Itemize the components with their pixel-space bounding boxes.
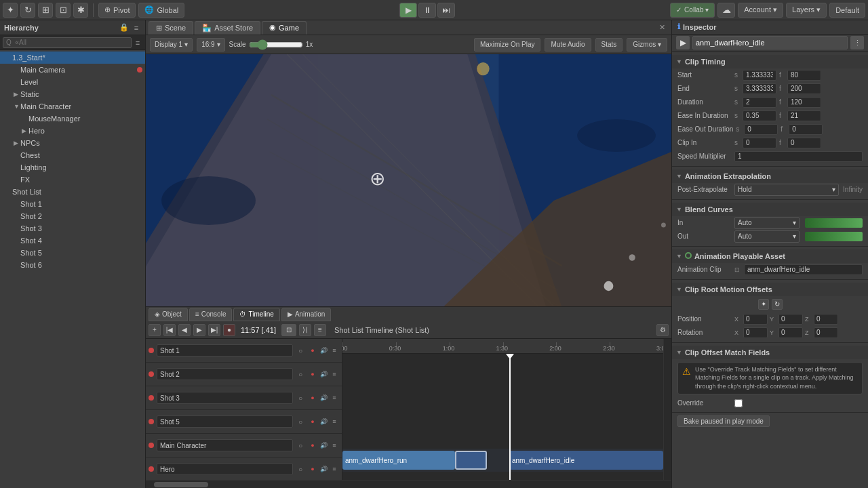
hierarchy-item[interactable]: Shot 5 bbox=[0, 247, 145, 259]
track-lock-icon[interactable]: ○ bbox=[296, 393, 305, 403]
ease-out-s-field[interactable] bbox=[744, 124, 778, 135]
duration-f-field[interactable] bbox=[787, 97, 821, 108]
clip-timing-header[interactable]: ▼ Clip Timing bbox=[672, 55, 868, 68]
curve-out-dropdown[interactable]: Auto ▾ bbox=[734, 230, 800, 243]
anim-extrap-header[interactable]: ▼ Animation Extrapolation bbox=[672, 169, 868, 183]
clip-in-f-field[interactable] bbox=[787, 138, 821, 148]
track-mute-icon[interactable]: 🔊 bbox=[319, 346, 328, 355]
timeline-play-btn[interactable]: ▶ bbox=[193, 324, 205, 336]
hierarchy-item[interactable]: Level bbox=[0, 76, 145, 88]
timeline-scrollbar[interactable] bbox=[146, 480, 671, 488]
hierarchy-item[interactable]: FX bbox=[0, 174, 145, 186]
track-record-icon[interactable]: ● bbox=[308, 393, 317, 403]
curve-in-dropdown[interactable]: Auto ▾ bbox=[734, 217, 800, 229]
mute-audio-button[interactable]: Mute Audio bbox=[545, 38, 591, 52]
hierarchy-item[interactable]: 1.3_Start* bbox=[0, 52, 145, 64]
tab-game[interactable]: ◉ Game bbox=[262, 21, 307, 35]
track-lock-icon[interactable]: ○ bbox=[296, 346, 305, 355]
track-item[interactable]: ○ ● 🔊 ≡ bbox=[146, 458, 342, 480]
track-menu-icon[interactable]: ≡ bbox=[330, 346, 339, 355]
track-name-input[interactable] bbox=[157, 463, 293, 475]
hierarchy-item[interactable]: ▶Hero bbox=[0, 125, 145, 137]
ease-in-f-field[interactable] bbox=[787, 110, 821, 121]
cloud-button[interactable]: ☁ bbox=[717, 3, 735, 18]
track-record-icon[interactable]: ● bbox=[308, 369, 317, 379]
maximize-button[interactable]: Maximize On Play bbox=[474, 38, 541, 52]
timeline-clip[interactable] bbox=[455, 451, 487, 470]
timeline-tracks-area[interactable]: 0:000:301:001:302:002:303:00 anm_dwarfHe… bbox=[342, 339, 663, 480]
end-f-field[interactable] bbox=[787, 83, 821, 94]
track-name-input[interactable] bbox=[157, 344, 293, 357]
track-menu-icon[interactable]: ≡ bbox=[330, 393, 339, 403]
timeline-vscroll[interactable] bbox=[663, 339, 671, 480]
display-dropdown[interactable]: Display 1 ▾ bbox=[150, 38, 193, 52]
track-lock-icon[interactable]: ○ bbox=[296, 369, 305, 379]
bake-button[interactable]: Bake paused in play mode bbox=[677, 415, 770, 427]
track-record-icon[interactable]: ● bbox=[308, 417, 317, 426]
track-name-input[interactable] bbox=[157, 439, 293, 451]
toolbar-rect-icon[interactable]: ⊡ bbox=[56, 3, 71, 18]
duration-s-field[interactable] bbox=[743, 97, 776, 108]
timeline-mode-btn2[interactable]: ⟩⟨ bbox=[299, 324, 311, 336]
track-mute-icon[interactable]: 🔊 bbox=[319, 441, 328, 450]
track-mute-icon[interactable]: 🔊 bbox=[319, 464, 328, 474]
timeline-settings-btn[interactable]: ⚙ bbox=[656, 324, 669, 336]
ratio-dropdown[interactable]: 16:9 ▾ bbox=[197, 38, 224, 52]
timeline-prev-start-btn[interactable]: |◀ bbox=[163, 324, 176, 336]
track-mute-icon[interactable]: 🔊 bbox=[319, 393, 328, 403]
hierarchy-search-input[interactable] bbox=[3, 37, 132, 48]
layers-dropdown[interactable]: Layers ▾ bbox=[786, 3, 827, 18]
end-s-field[interactable] bbox=[743, 83, 776, 94]
rot-x-field[interactable] bbox=[743, 327, 768, 338]
timeline-clip[interactable]: anm_dwarfHero_run bbox=[342, 451, 455, 470]
track-menu-icon[interactable]: ≡ bbox=[330, 441, 339, 450]
anim-playable-header[interactable]: ▼ Animation Playable Asset bbox=[672, 249, 868, 263]
ease-in-s-field[interactable] bbox=[743, 110, 776, 121]
track-lock-icon[interactable]: ○ bbox=[296, 464, 305, 474]
track-mute-icon[interactable]: 🔊 bbox=[319, 417, 328, 426]
track-record-icon[interactable]: ● bbox=[308, 441, 317, 450]
tab-console[interactable]: ≡ Console bbox=[189, 308, 233, 321]
game-viewport[interactable]: ⊕ bbox=[146, 54, 671, 306]
speed-field[interactable] bbox=[734, 151, 863, 162]
timeline-mode-btn1[interactable]: ⊡ bbox=[281, 324, 296, 336]
default-dropdown[interactable]: Default bbox=[829, 3, 865, 18]
hierarchy-item[interactable]: Shot 2 bbox=[0, 210, 145, 222]
track-item[interactable]: ○ ● 🔊 ≡ bbox=[146, 363, 342, 386]
tab-animation[interactable]: ▶ Animation bbox=[281, 308, 331, 321]
anim-clip-field[interactable] bbox=[744, 264, 863, 275]
timeline-next-btn[interactable]: ▶| bbox=[208, 324, 220, 336]
track-name-input[interactable] bbox=[157, 368, 293, 380]
hierarchy-lock-icon[interactable]: 🔒 bbox=[119, 23, 129, 33]
rot-z-field[interactable] bbox=[814, 327, 838, 338]
toolbar-transform-icon[interactable]: ✱ bbox=[73, 3, 88, 18]
clip-offset-header[interactable]: ▼ Clip Offset Match Fields bbox=[672, 346, 868, 359]
pivot-dropdown[interactable]: ⊕ Pivot bbox=[98, 3, 136, 18]
inspector-clip-name-input[interactable] bbox=[692, 36, 848, 49]
toolbar-move-icon[interactable]: ✦ bbox=[3, 3, 18, 18]
tab-timeline[interactable]: ⏱ Timeline bbox=[233, 308, 279, 321]
hierarchy-item[interactable]: Shot 1 bbox=[0, 198, 145, 210]
root-move-icon[interactable]: ✦ bbox=[758, 299, 769, 310]
track-record-icon[interactable]: ● bbox=[308, 346, 317, 355]
track-item[interactable]: ○ ● 🔊 ≡ bbox=[146, 410, 342, 434]
tabs-close-icon[interactable]: ✕ bbox=[659, 23, 669, 33]
timeline-mode-btn3[interactable]: ≡ bbox=[314, 324, 326, 336]
track-mute-icon[interactable]: 🔊 bbox=[319, 369, 328, 379]
track-item[interactable]: ○ ● 🔊 ≡ bbox=[146, 339, 342, 363]
track-record-icon[interactable]: ● bbox=[308, 464, 317, 474]
play-button[interactable]: ▶ bbox=[399, 3, 417, 18]
hierarchy-item[interactable]: ▶NPCs bbox=[0, 137, 145, 149]
hierarchy-filter-icon[interactable]: ≡ bbox=[133, 38, 142, 47]
track-item[interactable]: ○ ● 🔊 ≡ bbox=[146, 434, 342, 458]
pos-z-field[interactable] bbox=[814, 314, 838, 325]
hierarchy-item[interactable]: Shot 4 bbox=[0, 235, 145, 247]
hierarchy-item[interactable]: Lighting bbox=[0, 161, 145, 174]
pos-y-field[interactable] bbox=[778, 314, 803, 325]
pos-x-field[interactable] bbox=[743, 314, 768, 325]
account-dropdown[interactable]: Account ▾ bbox=[738, 3, 783, 18]
root-reset-icon[interactable]: ↻ bbox=[772, 299, 783, 310]
timeline-add-btn[interactable]: + bbox=[149, 324, 161, 336]
scale-slider[interactable] bbox=[249, 39, 303, 50]
track-menu-icon[interactable]: ≡ bbox=[330, 464, 339, 474]
